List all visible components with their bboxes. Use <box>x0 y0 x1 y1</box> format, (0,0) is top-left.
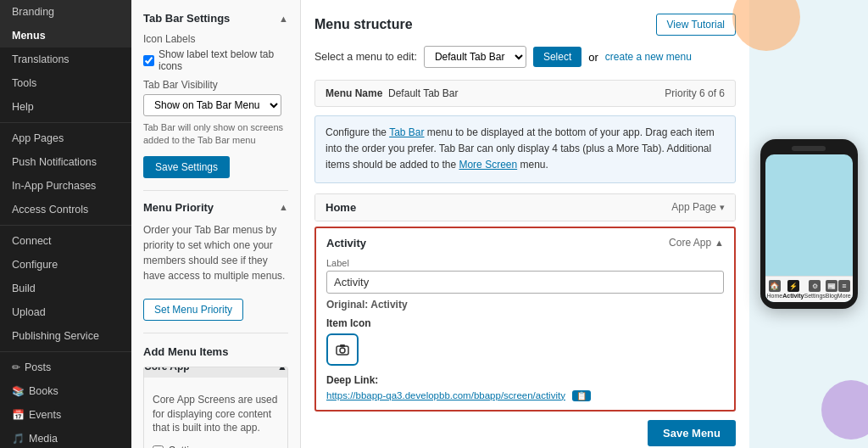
menu-priority-title: Menu Priority ▲ <box>143 201 288 214</box>
sidebar-item-label: Access Controls <box>12 204 88 216</box>
phone-screen-content <box>765 154 853 276</box>
item-icon-section: Item Icon <box>326 317 724 366</box>
sidebar-item-media[interactable]: 🎵 Media <box>0 427 131 448</box>
sidebar-item-label: Push Notifications <box>12 156 97 168</box>
sidebar-item-menus[interactable]: Menus <box>0 24 131 48</box>
set-menu-priority-button[interactable]: Set Menu Priority <box>143 299 243 321</box>
middle-panel: Tab Bar Settings ▲ Icon Labels Show labe… <box>131 0 301 448</box>
menu-priority-value: Priority 6 of 6 <box>665 87 725 99</box>
sidebar-item-label: In-App Purchases <box>12 180 96 192</box>
core-app-toggle[interactable]: Core App ▲ <box>143 367 288 378</box>
camera-icon <box>335 342 350 357</box>
sidebar-item-label: Posts <box>25 361 51 373</box>
menu-item-home: Home App Page ▾ <box>314 193 736 221</box>
sidebar-item-build[interactable]: Build <box>0 277 131 300</box>
sidebar: Branding Menus Translations Tools Help A… <box>0 0 131 448</box>
label-field-label: Label <box>326 258 724 268</box>
menu-priority-collapse-icon[interactable]: ▲ <box>279 202 288 212</box>
phone-home-icon: 🏠 <box>769 280 781 292</box>
menu-name-value: Default Tab Bar <box>388 87 459 99</box>
item-icon-box[interactable] <box>326 333 359 366</box>
icon-labels-label: Icon Labels <box>143 33 288 45</box>
menu-item-home-header[interactable]: Home App Page ▾ <box>315 194 735 221</box>
books-icon: 📚 <box>12 385 25 397</box>
sidebar-item-label: Connect <box>12 235 52 247</box>
sidebar-item-publishing-service[interactable]: Publishing Service <box>0 324 131 348</box>
save-settings-button[interactable]: Save Settings <box>143 156 230 178</box>
item-icon-label: Item Icon <box>326 317 724 329</box>
core-app-desc: Core App Screens are used for displaying… <box>153 393 279 435</box>
events-icon: 📅 <box>12 409 25 421</box>
save-menu-button[interactable]: Save Menu <box>648 420 736 446</box>
phone-mockup: 🏠 Home ⚡ Activity ⚙ Settings 📰 Blog <box>760 139 858 309</box>
sidebar-item-translations[interactable]: Translations <box>0 48 131 71</box>
phone-more-label: More <box>837 293 851 299</box>
menu-item-activity-expanded: Activity Core App ▲ Label Original: Acti… <box>314 227 736 412</box>
tab-bar-info-link[interactable]: Tab Bar <box>389 126 424 138</box>
phone-tab-blog[interactable]: 📰 Blog <box>826 280 837 299</box>
show-label-text: Show label text below tab icons <box>159 48 288 72</box>
sidebar-item-configure[interactable]: Configure <box>0 253 131 277</box>
sidebar-item-posts[interactable]: ✏ Posts <box>0 356 131 379</box>
right-panel: Menu structure View Tutorial Select a me… <box>301 0 749 448</box>
sidebar-item-app-pages[interactable]: App Pages <box>0 126 131 150</box>
menu-structure-header: Menu structure View Tutorial <box>314 14 736 36</box>
select-menu-dropdown[interactable]: Default Tab Bar <box>424 46 526 68</box>
select-menu-button[interactable]: Select <box>533 47 581 67</box>
more-screen-link[interactable]: More Screen <box>459 159 517 171</box>
posts-icon: ✏ <box>12 361 20 373</box>
sidebar-item-label: Publishing Service <box>12 330 99 342</box>
sidebar-item-connect[interactable]: Connect <box>0 229 131 253</box>
tab-bar-visibility-select[interactable]: Show on Tab Bar MenuHide <box>143 94 281 116</box>
phone-tab-more[interactable]: ≡ More <box>837 280 851 299</box>
tab-bar-helper-text: Tab Bar will only show on screens added … <box>143 121 288 148</box>
deep-link-url[interactable]: https://bbapp-qa3.developbb.com/bbapp/sc… <box>326 390 565 400</box>
create-new-menu-link[interactable]: create a new menu <box>605 51 692 63</box>
deep-link-label: Deep Link: <box>326 374 724 386</box>
menu-priority-desc: Order your Tab Bar menus by priority to … <box>143 222 288 283</box>
svg-rect-2 <box>340 344 345 347</box>
menu-structure-title: Menu structure <box>314 17 413 32</box>
phone-blog-label: Blog <box>826 293 837 299</box>
sidebar-item-label: Translations <box>12 53 70 65</box>
sidebar-item-access-controls[interactable]: Access Controls <box>0 198 131 221</box>
sidebar-item-label: Configure <box>12 259 58 271</box>
select-menu-row: Select a menu to edit: Default Tab Bar S… <box>314 46 736 68</box>
sidebar-item-push-notifications[interactable]: Push Notifications <box>0 150 131 174</box>
label-field-input[interactable] <box>326 271 724 294</box>
phone-tab-settings[interactable]: ⚙ Settings <box>804 280 825 299</box>
sidebar-item-label: Build <box>12 283 36 294</box>
settings-label: Settings <box>169 445 205 448</box>
main-content: Tab Bar Settings ▲ Icon Labels Show labe… <box>131 0 868 448</box>
menu-item-activity-name: Activity <box>326 237 366 249</box>
sidebar-item-label: Events <box>29 409 61 421</box>
sidebar-item-branding[interactable]: Branding <box>0 0 131 24</box>
activity-chevron-icon[interactable]: ▲ <box>715 238 724 248</box>
media-icon: 🎵 <box>12 433 25 445</box>
phone-tab-activity[interactable]: ⚡ Activity <box>782 280 804 299</box>
phone-tab-bar: 🏠 Home ⚡ Activity ⚙ Settings 📰 Blog <box>765 276 853 302</box>
home-chevron-icon[interactable]: ▾ <box>720 202 725 213</box>
phone-tab-home[interactable]: 🏠 Home <box>767 280 783 299</box>
tab-bar-settings-title: Tab Bar Settings ▲ <box>143 12 288 25</box>
collapse-icon[interactable]: ▲ <box>279 14 288 24</box>
settings-checkbox-row: Settings <box>153 442 279 448</box>
sidebar-item-upload[interactable]: Upload <box>0 300 131 324</box>
phone-more-icon: ≡ <box>838 280 850 292</box>
phone-home-label: Home <box>767 293 783 299</box>
phone-settings-icon: ⚙ <box>809 280 821 292</box>
sidebar-item-help[interactable]: Help <box>0 95 131 119</box>
sidebar-item-events[interactable]: 📅 Events <box>0 403 131 427</box>
sidebar-item-in-app-purchases[interactable]: In-App Purchases <box>0 174 131 198</box>
deep-link-copy-button[interactable]: 📋 <box>572 390 591 401</box>
or-text: or <box>588 51 598 64</box>
original-label-row: Original: Activity <box>326 299 724 311</box>
phone-notch <box>792 146 826 151</box>
show-label-checkbox[interactable] <box>143 55 154 66</box>
sidebar-item-tools[interactable]: Tools <box>0 71 131 95</box>
view-tutorial-button[interactable]: View Tutorial <box>656 14 736 36</box>
sidebar-item-books[interactable]: 📚 Books <box>0 379 131 403</box>
phone-activity-icon: ⚡ <box>787 280 799 292</box>
sidebar-item-label: Upload <box>12 306 46 318</box>
core-app-label: Core App <box>144 367 190 372</box>
